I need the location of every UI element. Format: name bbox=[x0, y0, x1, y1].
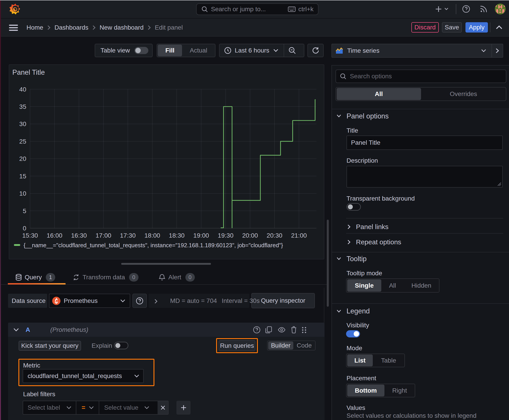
svg-text:25: 25 bbox=[19, 138, 26, 145]
svg-text:18:00: 18:00 bbox=[144, 232, 160, 239]
svg-text:40: 40 bbox=[19, 86, 26, 93]
svg-text:20: 20 bbox=[19, 155, 26, 162]
svg-text:30: 30 bbox=[19, 120, 26, 128]
svg-text:19:00: 19:00 bbox=[193, 232, 209, 239]
svg-text:20:30: 20:30 bbox=[267, 232, 282, 239]
svg-text:17:30: 17:30 bbox=[120, 232, 136, 239]
svg-text:20:00: 20:00 bbox=[242, 232, 258, 239]
svg-text:35: 35 bbox=[19, 103, 26, 110]
svg-text:16:00: 16:00 bbox=[47, 232, 62, 239]
svg-text:17:00: 17:00 bbox=[96, 232, 111, 239]
svg-text:18:30: 18:30 bbox=[169, 232, 184, 239]
svg-text:5: 5 bbox=[23, 208, 26, 215]
svg-text:16:30: 16:30 bbox=[71, 232, 87, 239]
svg-text:0: 0 bbox=[23, 225, 26, 232]
svg-text:21:00: 21:00 bbox=[291, 232, 307, 239]
svg-text:15: 15 bbox=[19, 173, 26, 180]
svg-text:10: 10 bbox=[19, 190, 26, 197]
svg-text:15:30: 15:30 bbox=[22, 232, 38, 239]
svg-text:19:30: 19:30 bbox=[218, 232, 233, 239]
svg-text:{__name__="cloudflared_tunnel_: {__name__="cloudflared_tunnel_total_requ… bbox=[23, 242, 283, 248]
